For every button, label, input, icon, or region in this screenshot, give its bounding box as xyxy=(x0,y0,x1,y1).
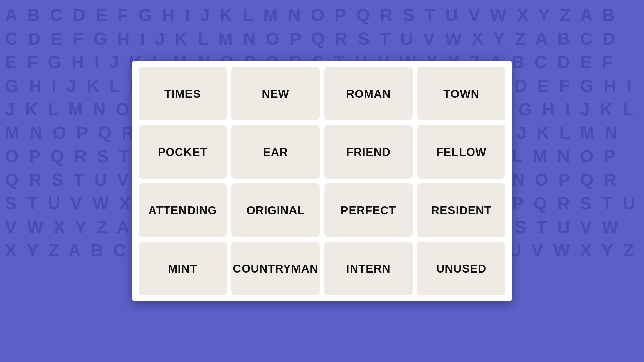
word-label: TIMES xyxy=(164,87,201,100)
word-card-intern[interactable]: INTERN xyxy=(324,242,413,295)
word-card-resident[interactable]: RESIDENT xyxy=(417,183,505,237)
word-card-roman[interactable]: ROMAN xyxy=(324,67,413,120)
word-card-ear[interactable]: EAR xyxy=(231,125,320,179)
word-card-friend[interactable]: FRIEND xyxy=(324,125,413,179)
word-label: FRIEND xyxy=(346,145,391,159)
word-label: ATTENDING xyxy=(148,204,217,217)
word-label: UNUSED xyxy=(436,262,487,275)
word-label: PERFECT xyxy=(341,204,396,217)
word-label: TOWN xyxy=(443,87,479,100)
word-label: FELLOW xyxy=(436,145,487,159)
word-card-countryman[interactable]: COUNTRYMAN xyxy=(231,242,320,295)
word-card-unused[interactable]: UNUSED xyxy=(417,242,505,295)
word-card-fellow[interactable]: FELLOW xyxy=(417,125,505,179)
word-label: NEW xyxy=(262,87,289,100)
word-label: COUNTRYMAN xyxy=(233,262,318,275)
word-card-new[interactable]: NEW xyxy=(231,67,320,120)
word-card-original[interactable]: ORIGINAL xyxy=(231,183,320,237)
word-label: ROMAN xyxy=(346,87,391,100)
word-card-pocket[interactable]: POCKET xyxy=(139,125,227,179)
word-label: EAR xyxy=(263,145,288,159)
word-label: ORIGINAL xyxy=(246,204,305,217)
word-card-mint[interactable]: MINT xyxy=(139,242,227,295)
word-label: MINT xyxy=(168,262,197,275)
word-label: INTERN xyxy=(346,262,391,275)
word-card-attending[interactable]: ATTENDING xyxy=(139,183,227,237)
word-card-perfect[interactable]: PERFECT xyxy=(324,183,413,237)
word-label: RESIDENT xyxy=(431,204,492,217)
word-card-times[interactable]: TIMES xyxy=(139,67,227,120)
word-grid-panel: TIMESNEWROMANTOWNPOCKETEARFRIENDFELLOWAT… xyxy=(132,61,512,301)
word-card-town[interactable]: TOWN xyxy=(417,67,505,120)
word-label: POCKET xyxy=(158,145,208,159)
word-grid: TIMESNEWROMANTOWNPOCKETEARFRIENDFELLOWAT… xyxy=(139,67,505,295)
